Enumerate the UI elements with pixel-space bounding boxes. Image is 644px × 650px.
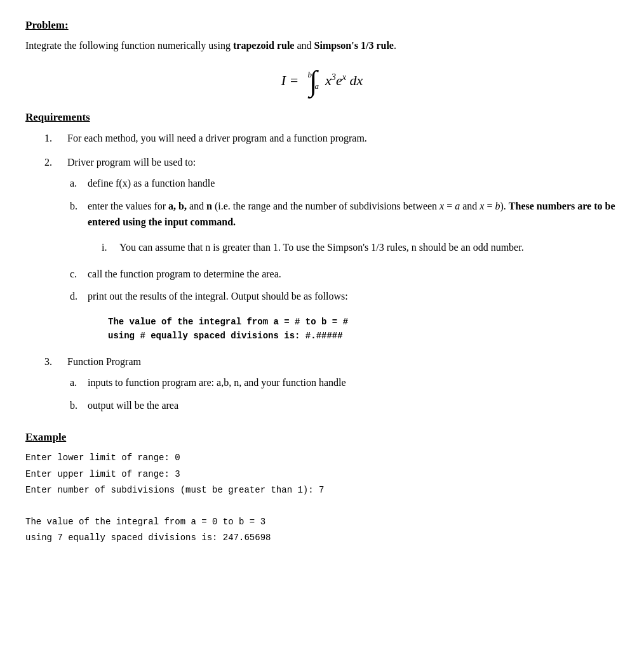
sub-sub-list-2b: i. You can assume that n is greater than… (70, 239, 619, 260)
item-1-number: 1. (44, 130, 62, 147)
sub-3a-label: a. (70, 375, 83, 391)
simpsons-rule-text: Simpson's 1/3 rule (314, 40, 394, 51)
output-format-code: The value of the integral from a = # to … (108, 315, 619, 343)
intro-text: Integrate the following function numeric… (25, 40, 231, 51)
requirement-item-1: 1. For each method, you will need a driv… (44, 130, 619, 147)
ab-bold: a, b, (168, 201, 187, 211)
sub-sub-i-text: You can assume that n is greater than 1.… (119, 239, 524, 256)
integrand: x3ex dx (325, 72, 363, 89)
example-line-2: Enter upper limit of range: 3 (25, 467, 619, 482)
sub-2b-text: enter the values for a, b, and n (i.e. t… (88, 198, 619, 230)
example-line-blank (25, 498, 619, 514)
example-code-block: Enter lower limit of range: 0 Enter uppe… (25, 450, 619, 546)
formula-equation: I = b a ∫ b a x3ex dx (281, 65, 363, 96)
formula-integral-symbol: b a ∫ b a (307, 65, 319, 96)
sub-2c-text: call the function program to determine t… (88, 266, 281, 282)
b1: b (495, 201, 500, 211)
sub-item-2c: c. call the function program to determin… (70, 266, 619, 282)
these-numbers-text: These numbers are to be entered using th… (88, 201, 615, 228)
sub-2a-text: define f(x) as a function handle (88, 175, 215, 192)
item-2-sublist: a. define f(x) as a function handle b. e… (44, 175, 619, 345)
sub-2d-label: d. (70, 288, 83, 305)
sub-2c-label: c. (70, 266, 83, 282)
item-2-number: 2. (44, 154, 62, 171)
item-2-text: Driver program will be used to: (67, 154, 196, 171)
sub-3a-text: inputs to function program are: a,b, n, … (88, 375, 346, 391)
example-line-1: Enter lower limit of range: 0 (25, 450, 619, 466)
trapezoid-rule-text: trapezoid rule (233, 40, 294, 51)
sub-item-2b: b. enter the values for a, b, and n (i.e… (70, 198, 619, 260)
integral-limits-lower: b a (314, 71, 319, 91)
item-1-text: For each method, you will need a driver … (67, 130, 367, 147)
requirement-item-2: 2. Driver program will be used to: a. de… (44, 154, 619, 346)
a1: a (455, 201, 460, 211)
item-3-sublist: a. inputs to function program are: a,b, … (44, 375, 619, 413)
sub-3b-label: b. (70, 397, 83, 414)
problem-title: Problem: (25, 19, 619, 32)
sub-sub-i-label: i. (102, 239, 114, 256)
example-line-6: using 7 equally spaced divisions is: 247… (25, 530, 619, 546)
sub-item-3b: b. output will be the area (70, 397, 619, 414)
sub-2a-label: a. (70, 175, 83, 192)
example-line-5: The value of the integral from a = 0 to … (25, 514, 619, 530)
x2: x (480, 201, 484, 211)
code-line-1: The value of the integral from a = # to … (108, 315, 619, 329)
problem-section: Problem: Integrate the following functio… (25, 19, 619, 96)
code-line-2: using # equally spaced divisions is: #.#… (108, 329, 619, 343)
sub-2b-label: b. (70, 198, 83, 230)
requirement-item-3: 3. Function Program a. inputs to functio… (44, 354, 619, 414)
lower-limit: a (314, 81, 319, 91)
item-3-text: Function Program (67, 354, 141, 370)
example-title: Example (25, 431, 619, 444)
main-requirements-list: 1. For each method, you will need a driv… (25, 130, 619, 413)
sub-sub-item-i: i. You can assume that n is greater than… (102, 239, 619, 256)
requirements-title: Requirements (25, 111, 619, 124)
requirements-section: Requirements 1. For each method, you wil… (25, 111, 619, 413)
example-section: Example Enter lower limit of range: 0 En… (25, 431, 619, 546)
sub-item-2d: d. print out the results of the integral… (70, 288, 619, 345)
n-bold: n (206, 201, 212, 211)
sub-item-3a: a. inputs to function program are: a,b, … (70, 375, 619, 391)
sub-3b-text: output will be the area (88, 397, 178, 414)
problem-intro: Integrate the following function numeric… (25, 38, 619, 53)
x1: x (439, 201, 444, 211)
item-3-number: 3. (44, 354, 62, 370)
formula-display: I = b a ∫ b a x3ex dx (25, 65, 619, 96)
sub-item-2a: a. define f(x) as a function handle (70, 175, 619, 192)
example-line-3: Enter number of subdivisions (must be gr… (25, 482, 619, 498)
formula-lhs: I = (281, 72, 299, 89)
sub-2d-text: print out the results of the integral. O… (88, 288, 348, 305)
